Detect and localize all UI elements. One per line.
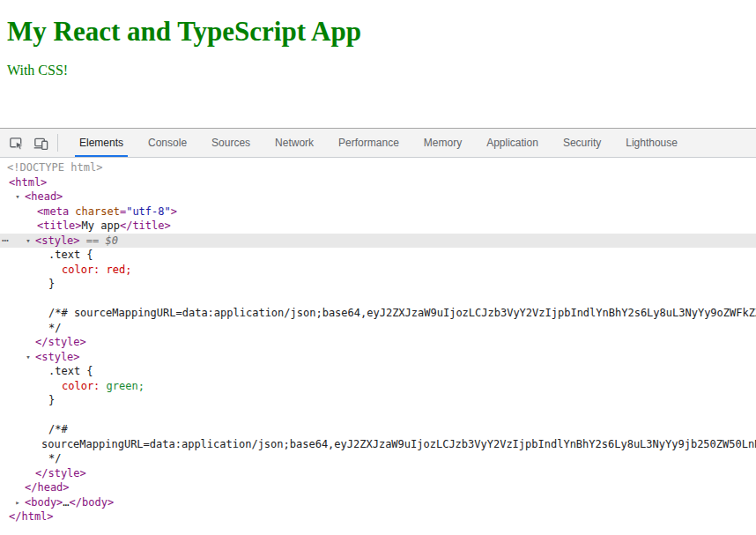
- tab-label: Elements: [79, 137, 123, 149]
- dom-tree-line[interactable]: <!DOCTYPE html>: [0, 160, 756, 175]
- dom-tree-line[interactable]: <meta charset="utf-8">: [0, 204, 756, 219]
- dom-tree-line[interactable]: <html>: [0, 175, 756, 190]
- device-toolbar-icon[interactable]: [28, 129, 53, 157]
- devtools-panel: ElementsConsoleSourcesNetworkPerformance…: [0, 128, 756, 535]
- code-segment: red;: [107, 264, 132, 276]
- dom-tree-line[interactable]: <title>My app</title>: [0, 219, 756, 234]
- expand-arrow-icon[interactable]: ▸: [12, 495, 23, 510]
- code-segment: </style>: [35, 467, 86, 479]
- tab-label: Network: [275, 137, 314, 149]
- collapse-arrow-icon[interactable]: ▾: [12, 189, 23, 204]
- dom-tree-line[interactable]: ▸<body>…</body>: [0, 495, 756, 510]
- tab-label: Console: [148, 137, 187, 149]
- code-segment: charset: [75, 205, 120, 218]
- tab-network[interactable]: Network: [263, 129, 326, 157]
- code-segment: <!DOCTYPE html>: [7, 161, 102, 174]
- tab-label: Memory: [424, 137, 462, 149]
- page-heading: My React and TypeScript App: [7, 16, 756, 48]
- code-segment: </title>: [120, 219, 171, 232]
- device-toolbar-glyph: [33, 135, 49, 152]
- tab-security[interactable]: Security: [551, 129, 613, 157]
- code-segment: /*# sourceMappingURL=data:application/js…: [48, 307, 756, 319]
- code-segment: <style>: [35, 351, 80, 363]
- toolbar-divider: [57, 134, 58, 152]
- code-segment: </html>: [9, 510, 54, 523]
- tab-label: Security: [563, 137, 601, 149]
- code-segment: "utf-8": [126, 205, 171, 218]
- code-segment: .text {: [48, 249, 93, 261]
- devtools-toolbar: ElementsConsoleSourcesNetworkPerformance…: [0, 129, 756, 158]
- code-segment: <body>: [25, 496, 63, 509]
- inspect-cursor-glyph: [8, 135, 25, 152]
- tab-performance[interactable]: Performance: [326, 129, 411, 157]
- tab-label: Lighthouse: [626, 137, 678, 149]
- dom-tree-line[interactable]: ▾<head>: [0, 189, 756, 204]
- tab-sources[interactable]: Sources: [199, 129, 263, 157]
- dom-tree-line[interactable]: [0, 408, 756, 423]
- tab-memory[interactable]: Memory: [411, 129, 474, 157]
- tab-label: Application: [486, 137, 538, 149]
- dom-tree-line[interactable]: </style>: [0, 335, 756, 350]
- code-segment: green;: [107, 380, 145, 392]
- dom-tree-line[interactable]: }: [0, 393, 756, 408]
- tab-label: Sources: [211, 137, 250, 149]
- dom-tree-line[interactable]: [0, 292, 756, 307]
- dom-tree-line[interactable]: </html>: [0, 509, 756, 524]
- dom-tree-line[interactable]: .text {: [0, 364, 756, 379]
- code-segment: …: [63, 496, 69, 509]
- dom-tree-line[interactable]: sourceMappingURL=data:application/json;b…: [0, 437, 756, 452]
- code-segment: <style>: [35, 234, 80, 247]
- tab-console[interactable]: Console: [136, 129, 199, 157]
- page-subtitle: With CSS!: [7, 63, 756, 78]
- collapse-arrow-icon[interactable]: ▾: [23, 234, 33, 249]
- code-segment: <head>: [25, 190, 63, 203]
- code-segment: */: [48, 322, 61, 334]
- dom-tree-line[interactable]: color: green;: [0, 379, 756, 394]
- rendered-page: My React and TypeScript App With CSS!: [0, 0, 756, 128]
- devtools-tabs: ElementsConsoleSourcesNetworkPerformance…: [67, 129, 690, 157]
- inspect-icon[interactable]: [4, 129, 28, 157]
- dom-tree-line[interactable]: </style>: [0, 466, 756, 481]
- tab-label: Performance: [338, 137, 399, 149]
- code-segment: }: [48, 278, 55, 290]
- collapse-arrow-icon[interactable]: ▾: [23, 350, 33, 365]
- code-segment: [100, 380, 106, 392]
- dom-tree-line[interactable]: }: [0, 277, 756, 292]
- tab-application[interactable]: Application: [474, 129, 551, 157]
- code-segment: <meta: [37, 205, 75, 218]
- code-segment: sourceMappingURL=data:application/json;b…: [41, 438, 756, 450]
- code-segment: <title>: [37, 219, 82, 232]
- dom-tree-line[interactable]: /*# sourceMappingURL=data:application/js…: [0, 306, 756, 321]
- code-segment: <html>: [9, 176, 47, 189]
- code-segment: </style>: [35, 336, 86, 348]
- dom-tree-line[interactable]: ⋯▾<style> == $0: [0, 234, 756, 249]
- code-segment: My app: [82, 219, 120, 232]
- code-segment: color:: [62, 264, 100, 276]
- dom-tree-line[interactable]: */: [0, 451, 756, 466]
- code-segment: */: [48, 452, 61, 464]
- browser-window: My React and TypeScript App With CSS! El…: [0, 0, 756, 535]
- dom-tree-line[interactable]: color: red;: [0, 263, 756, 278]
- code-segment: </body>: [70, 496, 115, 509]
- code-segment: </head>: [25, 481, 70, 494]
- tab-lighthouse[interactable]: Lighthouse: [613, 129, 690, 157]
- dom-tree-line[interactable]: </head>: [0, 480, 756, 495]
- tab-elements[interactable]: Elements: [67, 129, 136, 157]
- code-segment: .text {: [48, 365, 93, 377]
- dom-tree: <!DOCTYPE html><html>▾<head><meta charse…: [0, 158, 756, 535]
- code-segment: /*#: [48, 423, 68, 435]
- dom-tree-line[interactable]: /*#: [0, 422, 756, 437]
- code-segment: [100, 264, 106, 276]
- dom-tree-line[interactable]: */: [0, 321, 756, 336]
- code-segment: }: [48, 394, 55, 406]
- code-segment: >: [171, 205, 177, 218]
- dom-tree-line[interactable]: .text {: [0, 248, 756, 263]
- code-segment: color:: [62, 380, 100, 392]
- dom-tree-line[interactable]: ▾<style>: [0, 350, 756, 365]
- more-actions-icon[interactable]: ⋯: [2, 234, 9, 247]
- code-segment: == $0: [80, 234, 118, 247]
